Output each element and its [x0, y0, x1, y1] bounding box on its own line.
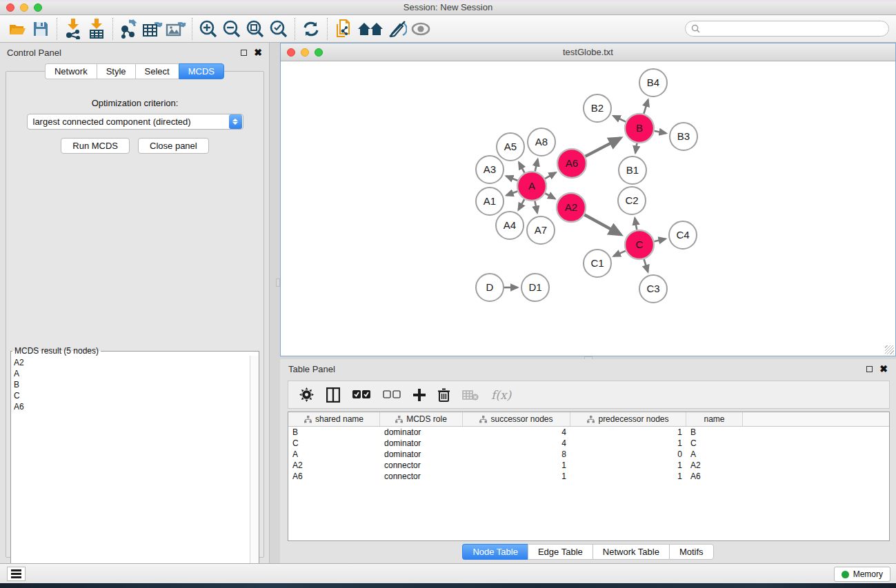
- edge-A-A1[interactable]: [506, 191, 517, 195]
- edge-B-B2[interactable]: [613, 116, 626, 122]
- cell-name[interactable]: C: [686, 438, 743, 448]
- column-header-name[interactable]: name: [686, 412, 743, 426]
- edge-C-C2[interactable]: [635, 218, 637, 230]
- node-B1[interactable]: B1: [619, 156, 646, 184]
- add-column-icon[interactable]: [413, 389, 426, 401]
- tab-style[interactable]: Style: [97, 63, 135, 79]
- node-C[interactable]: C: [625, 230, 654, 259]
- resize-grip[interactable]: [885, 345, 894, 354]
- deselect-checks-icon[interactable]: [383, 390, 401, 399]
- table-row[interactable]: Cdominator41C: [288, 438, 889, 449]
- node-C2[interactable]: C2: [618, 187, 646, 214]
- edge-A6-B[interactable]: [586, 138, 621, 156]
- edge-C-C4[interactable]: [654, 239, 665, 242]
- task-history-button[interactable]: [7, 567, 26, 581]
- column-header-MCDS-role[interactable]: MCDS role: [380, 412, 463, 426]
- edge-A-A8[interactable]: [535, 159, 538, 171]
- export-table-icon[interactable]: [141, 18, 164, 40]
- node-A2[interactable]: A2: [557, 193, 586, 222]
- result-item[interactable]: B: [14, 379, 259, 390]
- import-network-icon[interactable]: [61, 18, 85, 40]
- mcds-result-list[interactable]: A2ABCA6: [11, 356, 259, 577]
- open-session-icon[interactable]: [6, 18, 29, 40]
- tab-network-table[interactable]: Network Table: [593, 544, 669, 560]
- edge-C-C3[interactable]: [644, 259, 648, 272]
- cell-name[interactable]: A6: [686, 472, 743, 481]
- delete-table-icon[interactable]: [462, 389, 479, 401]
- table-row[interactable]: Bdominator41B: [288, 427, 889, 438]
- column-header-shared-name[interactable]: shared name: [288, 412, 380, 426]
- node-A7[interactable]: A7: [527, 216, 555, 244]
- node-A1[interactable]: A1: [476, 187, 504, 215]
- cell-successor-nodes[interactable]: 1: [463, 472, 570, 481]
- search-input[interactable]: [700, 24, 888, 34]
- tab-mcds[interactable]: MCDS: [179, 63, 224, 79]
- node-A3[interactable]: A3: [476, 156, 504, 183]
- edge-B-B1[interactable]: [635, 143, 637, 153]
- tab-edge-table[interactable]: Edge Table: [528, 544, 593, 560]
- tab-motifs[interactable]: Motifs: [669, 544, 714, 560]
- node-C4[interactable]: C4: [669, 221, 697, 249]
- node-C1[interactable]: C1: [584, 250, 611, 277]
- node-B[interactable]: B: [625, 114, 654, 143]
- column-layout-icon[interactable]: [326, 387, 340, 403]
- column-header-successor-nodes[interactable]: successor nodes: [463, 412, 570, 426]
- result-item[interactable]: A2: [14, 357, 259, 368]
- edge-A-A7[interactable]: [535, 201, 537, 213]
- cell-successor-nodes[interactable]: 8: [463, 449, 570, 459]
- cell-shared-name[interactable]: A2: [288, 460, 380, 470]
- node-A6[interactable]: A6: [557, 149, 586, 178]
- eye-icon[interactable]: [409, 18, 432, 40]
- export-image-icon[interactable]: [164, 18, 188, 40]
- select-all-checks-icon[interactable]: [352, 390, 370, 399]
- cell-name[interactable]: A2: [686, 460, 743, 470]
- node-D1[interactable]: D1: [521, 274, 549, 301]
- optimization-criterion-select[interactable]: largest connected component (directed): [27, 114, 243, 130]
- import-table-icon[interactable]: [85, 18, 108, 40]
- result-item[interactable]: A: [14, 368, 259, 379]
- node-B3[interactable]: B3: [670, 123, 697, 150]
- zoom-in-icon[interactable]: [197, 18, 220, 40]
- node-C3[interactable]: C3: [639, 275, 667, 303]
- tab-select[interactable]: Select: [135, 63, 179, 79]
- node-D[interactable]: D: [476, 274, 504, 301]
- delete-column-icon[interactable]: [438, 388, 450, 402]
- cell-shared-name[interactable]: A: [288, 449, 380, 459]
- float-table-panel-icon[interactable]: [866, 366, 873, 372]
- search-field[interactable]: [685, 21, 889, 37]
- edge-C-C1[interactable]: [614, 251, 626, 256]
- cell-MCDS-role[interactable]: connector: [380, 472, 463, 481]
- network-canvas[interactable]: B4B2BB3A8A5A6A3B1AC2A1A2A4A7C4CC1DD1C3: [281, 61, 895, 356]
- left-scroll-handle[interactable]: [276, 278, 280, 287]
- cell-name[interactable]: B: [686, 427, 743, 437]
- result-scrollbar[interactable]: [250, 356, 259, 577]
- cell-predecessor-nodes[interactable]: 0: [570, 449, 686, 459]
- refresh-icon[interactable]: [299, 18, 323, 40]
- cell-name[interactable]: A: [686, 449, 743, 459]
- cell-successor-nodes[interactable]: 4: [463, 438, 570, 448]
- tab-network[interactable]: Network: [45, 63, 97, 79]
- node-A[interactable]: A: [517, 172, 546, 201]
- home-icon[interactable]: [355, 18, 386, 40]
- memory-button[interactable]: Memory: [834, 567, 890, 582]
- settings-gear-icon[interactable]: [299, 387, 314, 402]
- cell-predecessor-nodes[interactable]: 1: [570, 427, 686, 437]
- cell-MCDS-role[interactable]: dominator: [380, 427, 463, 437]
- node-A5[interactable]: A5: [497, 133, 524, 161]
- close-panel-icon[interactable]: ✖: [254, 50, 262, 56]
- edge-B-B3[interactable]: [655, 131, 666, 133]
- zoom-fit-icon[interactable]: [243, 18, 267, 40]
- edge-A-A4[interactable]: [519, 199, 525, 210]
- export-network-icon[interactable]: [117, 18, 141, 40]
- cell-MCDS-role[interactable]: dominator: [380, 449, 463, 459]
- edge-A-A5[interactable]: [519, 163, 524, 173]
- duplicate-network-icon[interactable]: [332, 18, 355, 40]
- edge-B-B4[interactable]: [644, 100, 648, 114]
- zoom-out-icon[interactable]: [220, 18, 243, 40]
- zoom-selected-icon[interactable]: [267, 18, 290, 40]
- cell-shared-name[interactable]: C: [288, 438, 380, 448]
- close-table-panel-icon[interactable]: ✖: [879, 366, 888, 372]
- result-item[interactable]: C: [14, 390, 259, 401]
- run-mcds-button[interactable]: Run MCDS: [61, 138, 130, 154]
- column-header-predecessor-nodes[interactable]: predecessor nodes: [570, 412, 686, 426]
